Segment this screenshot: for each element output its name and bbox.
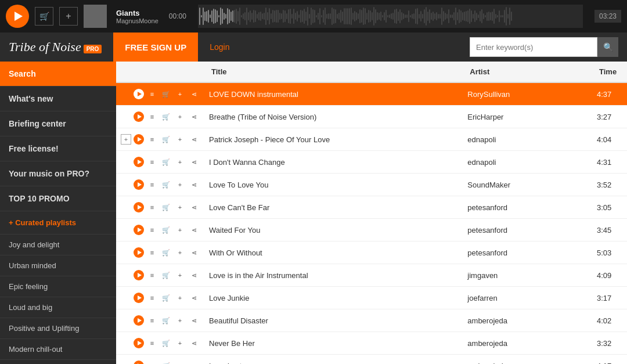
table-row[interactable]: ≡🛒+⋖Love To Love YouSoundMaker3:52 bbox=[116, 174, 627, 196]
share-icon[interactable]: ⋖ bbox=[188, 156, 200, 168]
play-button[interactable] bbox=[134, 134, 144, 145]
menu-icon[interactable]: ≡ bbox=[146, 111, 158, 122]
table-row[interactable]: ≡🛒+⋖Beautiful Disasteramberojeda4:02 bbox=[116, 309, 627, 332]
play-button[interactable] bbox=[134, 179, 144, 190]
share-icon[interactable]: ⋖ bbox=[188, 360, 200, 364]
menu-icon[interactable]: ≡ bbox=[146, 156, 158, 168]
cart-icon[interactable]: 🛒 bbox=[160, 337, 172, 349]
cart-icon[interactable]: 🛒 bbox=[160, 224, 172, 236]
add-icon[interactable]: + bbox=[174, 88, 186, 100]
sidebar-item-your-music-on-pro?[interactable]: Your music on PRO? bbox=[0, 161, 116, 186]
play-button[interactable] bbox=[134, 157, 144, 167]
login-link[interactable]: Login bbox=[198, 42, 241, 52]
cart-icon[interactable]: 🛒 bbox=[160, 269, 172, 281]
playlist-item[interactable]: Urban minded bbox=[0, 255, 116, 276]
cart-icon[interactable]: 🛒 bbox=[160, 247, 172, 258]
share-icon[interactable]: ⋖ bbox=[188, 201, 200, 213]
playlist-item[interactable]: Loud and big bbox=[0, 297, 116, 318]
menu-icon[interactable]: ≡ bbox=[146, 201, 158, 213]
play-button[interactable] bbox=[134, 338, 144, 348]
sidebar-item-free-license![interactable]: Free license! bbox=[0, 136, 116, 161]
menu-icon[interactable]: ≡ bbox=[146, 315, 158, 326]
add-icon[interactable]: + bbox=[174, 315, 186, 326]
cart-icon[interactable]: 🛒 bbox=[160, 111, 172, 122]
share-icon[interactable]: ⋖ bbox=[188, 134, 200, 145]
cart-icon[interactable]: 🛒 bbox=[160, 292, 172, 304]
menu-icon[interactable]: ≡ bbox=[146, 360, 158, 364]
cart-icon[interactable]: 🛒 bbox=[160, 201, 172, 213]
playlist-item[interactable]: Epic feeling bbox=[0, 276, 116, 297]
menu-icon[interactable]: ≡ bbox=[146, 88, 158, 100]
table-row[interactable]: ≡🛒+⋖Waited For Youpetesanford3:45 bbox=[116, 219, 627, 242]
add-icon[interactable]: + bbox=[174, 179, 186, 190]
expand-icon[interactable]: + bbox=[121, 134, 131, 145]
menu-icon[interactable]: ≡ bbox=[146, 134, 158, 145]
add-icon[interactable]: + bbox=[174, 201, 186, 213]
table-row[interactable]: ≡🛒+⋖Love Lostamberojeda4:17 bbox=[116, 355, 627, 365]
menu-icon[interactable]: ≡ bbox=[146, 292, 158, 304]
table-row[interactable]: +≡🛒+⋖Patrick Joseph - Piece Of Your Love… bbox=[116, 128, 627, 151]
cart-icon[interactable]: 🛒 bbox=[160, 360, 172, 364]
play-button[interactable] bbox=[134, 247, 144, 258]
add-icon[interactable]: + bbox=[174, 269, 186, 281]
waveform[interactable] bbox=[198, 5, 583, 28]
search-input[interactable] bbox=[470, 37, 597, 57]
share-icon[interactable]: ⋖ bbox=[188, 315, 200, 326]
share-icon[interactable]: ⋖ bbox=[188, 88, 200, 100]
sidebar-item-briefing-center[interactable]: Briefing center bbox=[0, 111, 116, 136]
table-row[interactable]: ≡🛒+⋖With Or Withoutpetesanford5:03 bbox=[116, 242, 627, 264]
cart-icon[interactable]: 🛒 bbox=[160, 315, 172, 326]
share-icon[interactable]: ⋖ bbox=[188, 269, 200, 281]
table-row[interactable]: ≡🛒+⋖Breathe (Tribe of Noise Version)Eric… bbox=[116, 106, 627, 128]
menu-icon[interactable]: ≡ bbox=[146, 224, 158, 236]
table-row[interactable]: ≡🛒+⋖Love Junkiejoefarren3:17 bbox=[116, 287, 627, 309]
play-button[interactable] bbox=[134, 293, 144, 303]
table-row[interactable]: ≡🛒+⋖LOVE DOWN instrumentalRorySullivan4:… bbox=[116, 82, 627, 106]
player-add-icon[interactable]: + bbox=[59, 7, 78, 26]
share-icon[interactable]: ⋖ bbox=[188, 247, 200, 258]
share-icon[interactable]: ⋖ bbox=[188, 224, 200, 236]
cart-icon[interactable]: 🛒 bbox=[160, 179, 172, 190]
signup-button[interactable]: FREE SIGN UP bbox=[113, 33, 198, 62]
sidebar-item-search[interactable]: Search bbox=[0, 62, 116, 87]
play-button[interactable] bbox=[134, 225, 144, 235]
play-button[interactable] bbox=[134, 361, 144, 364]
table-row[interactable]: ≡🛒+⋖Love Can't Be Farpetesanford3:05 bbox=[116, 196, 627, 219]
menu-icon[interactable]: ≡ bbox=[146, 269, 158, 281]
play-button[interactable] bbox=[134, 111, 144, 122]
cart-icon[interactable]: 🛒 bbox=[160, 88, 172, 100]
play-button[interactable] bbox=[134, 202, 144, 212]
share-icon[interactable]: ⋖ bbox=[188, 111, 200, 122]
playlist-item[interactable]: Positive and Uplifting bbox=[0, 318, 116, 339]
search-button[interactable]: 🔍 bbox=[597, 37, 618, 57]
add-icon[interactable]: + bbox=[174, 111, 186, 122]
curated-playlists-label[interactable]: + Curated playlists bbox=[0, 211, 116, 235]
sidebar-item-what's-new[interactable]: What's new bbox=[0, 87, 116, 111]
table-row[interactable]: ≡🛒+⋖Never Be Heramberojeda3:32 bbox=[116, 332, 627, 355]
sidebar-item-top-10-promo[interactable]: TOP 10 PROMO bbox=[0, 186, 116, 211]
share-icon[interactable]: ⋖ bbox=[188, 179, 200, 190]
player-cart-icon[interactable]: 🛒 bbox=[35, 7, 53, 26]
share-icon[interactable]: ⋖ bbox=[188, 292, 200, 304]
add-icon[interactable]: + bbox=[174, 156, 186, 168]
table-row[interactable]: ≡🛒+⋖I Don't Wanna Changeednapoli4:31 bbox=[116, 151, 627, 174]
add-icon[interactable]: + bbox=[174, 292, 186, 304]
cart-icon[interactable]: 🛒 bbox=[160, 134, 172, 145]
playlist-item[interactable]: Modern chill-out bbox=[0, 339, 116, 360]
play-button[interactable] bbox=[134, 89, 144, 99]
add-icon[interactable]: + bbox=[174, 247, 186, 258]
play-button[interactable] bbox=[134, 270, 144, 280]
add-icon[interactable]: + bbox=[174, 134, 186, 145]
play-button[interactable] bbox=[134, 315, 144, 326]
player-play-button[interactable] bbox=[6, 5, 29, 28]
playlist-item[interactable]: Fashion show bbox=[0, 360, 116, 364]
menu-icon[interactable]: ≡ bbox=[146, 337, 158, 349]
table-row[interactable]: ≡🛒+⋖Love is in the Air Instrumentaljimga… bbox=[116, 264, 627, 287]
menu-icon[interactable]: ≡ bbox=[146, 179, 158, 190]
add-icon[interactable]: + bbox=[174, 360, 186, 364]
add-icon[interactable]: + bbox=[174, 337, 186, 349]
add-icon[interactable]: + bbox=[174, 224, 186, 236]
share-icon[interactable]: ⋖ bbox=[188, 337, 200, 349]
cart-icon[interactable]: 🛒 bbox=[160, 156, 172, 168]
playlist-item[interactable]: Joy and delight bbox=[0, 235, 116, 255]
